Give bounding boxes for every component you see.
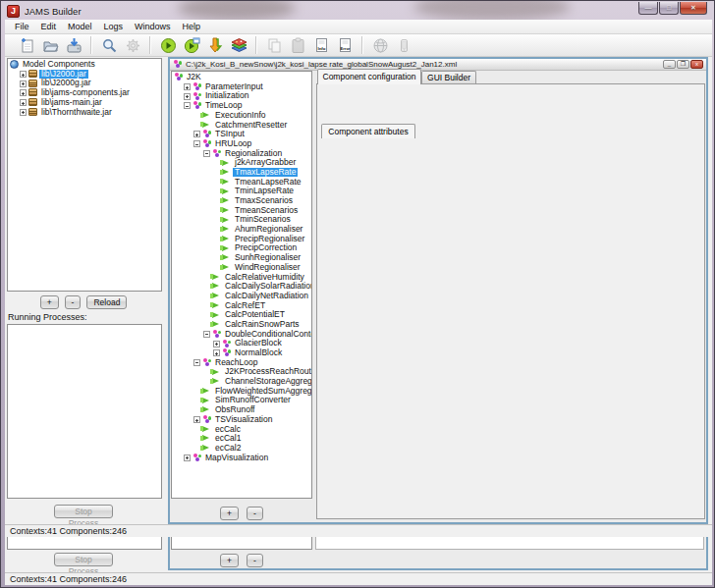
run-model-gui-icon[interactable] <box>180 35 203 56</box>
model-components-tree[interactable]: Model Componentslib\J2000.jarlib\J2000g.… <box>7 58 162 292</box>
stop-process-button[interactable]: Stop Process <box>54 505 113 518</box>
info-log-icon[interactable]: Info <box>309 35 333 56</box>
remove-component-button-artifact[interactable]: - <box>247 554 263 567</box>
window-titlebar[interactable]: J JAMS Builder — □ ✕ <box>2 2 715 20</box>
copy-icon[interactable] <box>262 35 286 56</box>
menu-help[interactable]: Help <box>177 21 207 32</box>
reload-button[interactable]: Reload <box>86 295 127 309</box>
context-icon <box>222 340 233 348</box>
expand-icon[interactable] <box>20 109 27 116</box>
tree-item-eccal1[interactable]: ecCal1 <box>172 434 311 444</box>
expand-icon[interactable] <box>213 349 220 356</box>
tab-component-configuration[interactable]: Component configuration <box>317 69 421 84</box>
tree-item-lib-jams-main-jar[interactable]: lib\jams-main.jar <box>8 98 161 108</box>
component-icon <box>222 206 233 215</box>
toolbar-group: InfoError <box>262 35 357 56</box>
tree-item-label: WindRegionaliser <box>233 263 302 273</box>
menu-logs[interactable]: Logs <box>98 21 130 32</box>
expand-icon[interactable] <box>213 341 220 347</box>
tree-item-eccalc[interactable]: ecCalc <box>172 424 311 434</box>
collapse-icon[interactable] <box>193 359 200 366</box>
search-icon[interactable] <box>97 35 121 56</box>
collapse-icon[interactable] <box>203 150 210 157</box>
menu-windows[interactable]: Windows <box>129 21 177 32</box>
preferences-icon[interactable] <box>121 35 144 56</box>
menu-edit[interactable]: Edit <box>35 21 63 32</box>
add-library-button[interactable]: + <box>40 295 59 309</box>
tree-item-executioninfo[interactable]: ExecutionInfo <box>172 111 311 121</box>
tree-item-tsvisualization[interactable]: TSVisualization <box>172 415 311 425</box>
remove-library-button[interactable]: - <box>65 295 82 309</box>
add-component-button-artifact[interactable]: + <box>220 554 239 567</box>
expand-icon[interactable] <box>184 454 191 461</box>
collapse-icon[interactable] <box>193 140 200 147</box>
tree-item-windregionaliser[interactable]: WindRegionaliser <box>172 263 311 273</box>
menu-model[interactable]: Model <box>62 21 98 32</box>
tree-item-initialization[interactable]: Initialization <box>172 91 311 101</box>
frame-close-icon[interactable]: x <box>690 60 703 69</box>
config-panel-artifact <box>315 537 704 550</box>
jar-icon <box>28 98 39 107</box>
tree-item-label: ecCal2 <box>213 444 243 454</box>
expand-icon[interactable] <box>20 99 27 106</box>
collapse-icon[interactable] <box>203 331 210 338</box>
toolbar-separator <box>90 36 92 54</box>
tree-item-label: lib\Thornthwaite.jar <box>39 108 114 118</box>
component-icon <box>212 320 223 329</box>
component-icon <box>202 405 213 414</box>
jar-icon <box>28 88 39 97</box>
expand-icon[interactable] <box>184 93 191 100</box>
remove-component-button[interactable]: - <box>247 507 263 520</box>
context-icon <box>222 348 233 357</box>
context-icon <box>192 454 203 462</box>
frame-minimize-icon[interactable]: _ <box>663 60 676 69</box>
running-processes-list[interactable] <box>7 324 162 499</box>
run-model-icon[interactable] <box>156 35 180 56</box>
component-icon <box>212 377 223 386</box>
error-log-icon[interactable]: Error <box>333 35 357 56</box>
tab-component-attributes[interactable]: Component attributes <box>321 124 415 138</box>
component-icon <box>222 216 233 225</box>
frame-restore-icon[interactable]: ❐ <box>677 60 689 69</box>
component-icon <box>202 434 213 443</box>
toolbar-group <box>97 35 144 56</box>
globe-icon <box>10 60 21 69</box>
context-icon <box>212 330 223 339</box>
tree-item-lib-thornthwaite-jar[interactable]: lib\Thornthwaite.jar <box>8 107 161 117</box>
expand-icon[interactable] <box>184 83 191 90</box>
expand-icon[interactable] <box>193 416 200 423</box>
component-icon <box>222 187 233 196</box>
component-icon <box>222 159 233 168</box>
collapse-icon[interactable] <box>184 102 191 109</box>
component-icon <box>222 235 233 243</box>
component-icon <box>222 225 233 234</box>
web-browser-icon[interactable] <box>368 35 392 56</box>
model-export-icon[interactable] <box>203 35 227 56</box>
running-processes-list-artifact <box>7 537 162 550</box>
expand-icon[interactable] <box>20 89 27 96</box>
paste-icon[interactable] <box>286 35 309 56</box>
tab-gui-builder[interactable]: GUI Builder <box>421 71 476 84</box>
new-model-icon[interactable] <box>15 35 38 56</box>
maximize-button[interactable]: □ <box>659 2 679 15</box>
open-model-icon[interactable] <box>38 35 62 56</box>
close-button[interactable]: ✕ <box>680 2 707 15</box>
expand-icon[interactable] <box>193 131 200 137</box>
component-icon <box>222 178 233 187</box>
model-structure-tree[interactable]: J2KParameterInputInitializationTimeLoopE… <box>171 71 312 499</box>
expand-icon[interactable] <box>20 71 27 78</box>
mobile-device-icon[interactable] <box>392 35 415 56</box>
context-icon <box>192 101 203 110</box>
menu-file[interactable]: File <box>9 21 35 32</box>
context-icon <box>202 130 213 138</box>
stop-process-button-artifact[interactable]: Stop Process <box>54 553 113 566</box>
expand-icon[interactable] <box>20 80 27 87</box>
tree-item-mapvisualization[interactable]: MapVisualization <box>172 454 311 463</box>
add-component-button[interactable]: + <box>220 507 239 520</box>
component-icon <box>202 387 213 396</box>
save-model-icon[interactable] <box>62 35 85 56</box>
minimize-button[interactable]: — <box>638 2 658 15</box>
document-titlebar[interactable]: C:\j2k_Kosi_B_newSnow\j2k_kosi_lapse rat… <box>170 59 706 71</box>
toolbar-separator <box>149 36 151 54</box>
map-layers-icon[interactable] <box>227 35 250 56</box>
